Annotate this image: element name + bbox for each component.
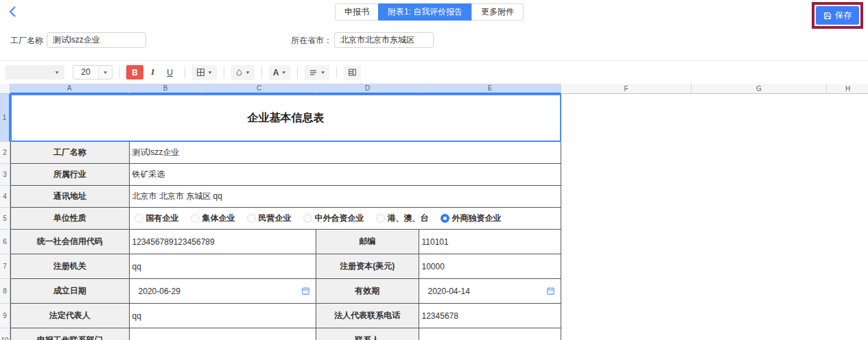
row-label: 联系人	[316, 328, 419, 340]
col-header-a[interactable]: A	[10, 84, 129, 94]
radio-icon	[134, 214, 143, 223]
font-color-button[interactable]: A ▼	[269, 65, 291, 80]
back-chevron-icon[interactable]	[5, 3, 22, 20]
col-header-c[interactable]: C	[202, 84, 316, 94]
table-title-cell[interactable]: 企业基本信息表	[10, 94, 561, 142]
region-input[interactable]	[334, 32, 434, 48]
row-label: 通讯地址	[11, 186, 130, 207]
font-size-dropdown[interactable]: 20 ▼	[73, 65, 113, 80]
radio-option[interactable]: 民营企业	[247, 212, 292, 224]
cell-value[interactable]	[130, 328, 316, 340]
italic-button[interactable]: I	[145, 65, 161, 80]
radio-label: 中外合资企业	[315, 212, 364, 224]
radio-label: 港、澳、台	[388, 212, 429, 224]
align-icon	[309, 69, 318, 77]
font-color-icon: A	[273, 68, 279, 77]
toolbar-divider	[224, 67, 224, 78]
table-row: 申报工作联系部门 联系人	[10, 328, 561, 340]
chevron-down-icon: ▼	[281, 70, 287, 75]
save-highlight-box: 保存	[812, 2, 863, 29]
cell-value[interactable]: 10000	[419, 254, 561, 278]
chevron-down-icon: ▼	[245, 70, 250, 75]
row-header-9[interactable]: 9	[0, 304, 10, 328]
calendar-icon[interactable]	[546, 287, 555, 298]
radio-label: 国有企业	[146, 212, 179, 224]
bold-button[interactable]: B	[126, 65, 143, 80]
row-label: 统一社会信用代码	[11, 230, 130, 254]
cell-value[interactable]: 测试lszz企业	[130, 142, 561, 163]
table-row: 注册机关 qq 注册资本(美元) 10000	[10, 254, 561, 279]
row-header-6[interactable]: 6	[0, 230, 10, 254]
radio-option[interactable]: 国有企业	[134, 212, 179, 224]
table-row: 单位性质 国有企业 集体企业 民营企业 中外合资企业 港、澳、台 外商独资企业	[10, 208, 561, 230]
col-header-b[interactable]: B	[129, 84, 202, 94]
unit-nature-radio-group: 国有企业 集体企业 民营企业 中外合资企业 港、澳、台 外商独资企业	[130, 208, 561, 229]
tab-more-attachments[interactable]: 更多附件	[471, 3, 524, 21]
top-header: 申报书 附表1: 自我评价报告 更多附件 保存 工厂名称： 所在省市：	[0, 0, 868, 60]
fill-color-button[interactable]: ▼	[231, 65, 255, 80]
form-row: 工厂名称： 所在省市：	[0, 32, 868, 49]
radio-option-selected[interactable]: 外商独资企业	[441, 212, 502, 224]
merge-cells-icon	[348, 68, 357, 77]
col-header-e[interactable]: E	[419, 84, 561, 94]
radio-label: 外商独资企业	[452, 212, 502, 224]
toolbar-divider	[119, 67, 119, 78]
col-header-h[interactable]: H	[827, 84, 868, 94]
column-headers: A B C D E F G H	[10, 84, 868, 94]
table-row: 通讯地址 北京市 北京市 东城区 qq	[10, 186, 561, 208]
tab-bar: 申报书 附表1: 自我评价报告 更多附件	[335, 3, 524, 21]
col-header-g[interactable]: G	[692, 84, 827, 94]
row-header-10[interactable]: 10	[0, 328, 10, 340]
table-row: 工厂名称 测试lszz企业	[10, 142, 561, 164]
font-family-dropdown[interactable]: ▼	[5, 65, 64, 80]
tab-self-evaluation-report[interactable]: 附表1: 自我评价报告	[378, 3, 472, 21]
sheet-corner[interactable]	[0, 84, 10, 94]
table-row: 法定代表人 qq 法人代表联系电话 12345678	[10, 304, 561, 328]
row-header-1[interactable]: 1	[0, 94, 10, 142]
cell-value[interactable]: 铁矿采选	[130, 164, 561, 185]
date-value: 2020-04-14	[428, 287, 470, 296]
save-button[interactable]: 保存	[816, 6, 859, 25]
chevron-down-icon: ▼	[207, 70, 213, 75]
radio-option[interactable]: 集体企业	[191, 212, 235, 224]
cell-value[interactable]: 12345678	[419, 304, 561, 328]
align-button[interactable]: ▼	[305, 65, 329, 80]
date-picker-field[interactable]: 2020-06-29	[130, 279, 316, 303]
col-header-d[interactable]: D	[316, 84, 419, 94]
cell-value[interactable]: 110101	[419, 230, 561, 254]
toolbar-divider	[185, 67, 185, 78]
chevron-down-icon: ▼	[320, 70, 325, 75]
radio-icon	[191, 214, 200, 223]
date-picker-field[interactable]: 2020-04-14	[419, 279, 561, 303]
cell-value[interactable]: qq	[130, 304, 316, 328]
radio-option[interactable]: 中外合资企业	[303, 212, 364, 224]
underline-button[interactable]: U	[162, 65, 178, 80]
row-label: 所属行业	[11, 164, 130, 185]
region-label: 所在省市：	[291, 32, 332, 49]
date-value: 2020-06-29	[139, 287, 180, 296]
merge-cells-button[interactable]	[344, 65, 361, 80]
row-label: 法定代表人	[11, 304, 130, 328]
cell-value[interactable]: qq	[130, 254, 316, 278]
row-header-8[interactable]: 8	[0, 279, 10, 304]
borders-icon	[196, 68, 205, 77]
table-row: 所属行业 铁矿采选	[10, 164, 561, 186]
spreadsheet-toolbar: ▼ 20 ▼ B I U ▼ ▼ A ▼ ▼	[0, 60, 868, 84]
row-label: 注册机关	[11, 254, 130, 278]
chevron-down-icon: ▼	[98, 66, 112, 79]
cell-value[interactable]: 123456789123456789	[130, 230, 316, 254]
col-header-f[interactable]: F	[561, 84, 692, 94]
calendar-icon[interactable]	[301, 287, 310, 298]
row-label: 单位性质	[11, 208, 130, 229]
borders-button[interactable]: ▼	[192, 65, 217, 80]
cell-value[interactable]	[419, 328, 561, 340]
row-header-3[interactable]: 3	[0, 164, 10, 186]
row-header-5[interactable]: 5	[0, 208, 10, 230]
row-header-2[interactable]: 2	[0, 142, 10, 164]
factory-name-input[interactable]	[47, 32, 146, 48]
row-header-7[interactable]: 7	[0, 254, 10, 279]
cell-value[interactable]: 北京市 北京市 东城区 qq	[130, 186, 561, 207]
row-header-4[interactable]: 4	[0, 186, 10, 208]
tab-declaration-form[interactable]: 申报书	[335, 3, 379, 21]
radio-option[interactable]: 港、澳、台	[376, 212, 429, 224]
